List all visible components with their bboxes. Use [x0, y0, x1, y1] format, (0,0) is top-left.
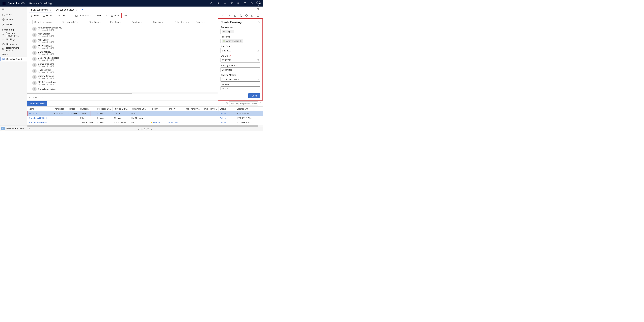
map-pin-group-button[interactable] [222, 14, 226, 17]
col-estimated[interactable]: Estimated …⌄ [173, 21, 195, 23]
col-to-date[interactable]: To Date [66, 107, 79, 111]
sort-resources-button[interactable] [62, 20, 64, 23]
settings-button[interactable] [235, 0, 242, 6]
resource-row[interactable]: › MOD Administrator (0m booked) 0% [27, 80, 218, 86]
grid-horizontal-scrollbar[interactable] [27, 125, 263, 127]
col-territory[interactable]: Territory [166, 107, 183, 111]
grid-pager-prev[interactable]: ‹ [138, 128, 139, 130]
spin-up-icon[interactable]: ⌃ [258, 87, 259, 89]
open-pane-button[interactable] [256, 7, 261, 12]
resource-search-box[interactable] [32, 19, 60, 24]
scrollbar-thumb[interactable] [27, 93, 132, 94]
status-link[interactable]: Active [220, 112, 226, 115]
board-settings-button[interactable] [245, 14, 248, 17]
scrollbar-thumb[interactable] [27, 125, 258, 127]
resource-row[interactable]: › Gerald Stephens (0m booked) 0% [27, 62, 218, 68]
next-range-button[interactable] [104, 13, 108, 17]
pager-next-button[interactable]: › [44, 96, 45, 99]
collapse-toggle-button[interactable]: ⌄ [214, 96, 216, 99]
status-link[interactable]: Active [220, 117, 226, 119]
tab-menu-button[interactable]: ⋮ [49, 8, 52, 11]
col-from-date[interactable]: From Date [52, 107, 66, 111]
expand-all-button[interactable] [29, 21, 31, 23]
resource-row[interactable]: › Avery Howard (0m booked) 0% [27, 44, 218, 50]
calendar-icon[interactable] [256, 59, 259, 62]
expand-resource-button[interactable]: › [29, 58, 31, 60]
nav-recent[interactable]: Recent ⌄ [0, 17, 27, 22]
book-button[interactable]: Book [110, 13, 121, 17]
close-panel-button[interactable]: ✕ [258, 21, 260, 24]
expand-resource-button[interactable]: › [29, 70, 31, 72]
requirement-name-link[interactable]: Sample_WO00011 [28, 117, 47, 119]
col-availability[interactable]: Availability⌄ [66, 21, 88, 23]
status-link[interactable]: Active [220, 121, 226, 124]
duration-input[interactable]: 72 hrs ⌃ [220, 86, 260, 90]
detail-list-button[interactable] [228, 14, 231, 17]
resource-row[interactable]: › Alex Baker (0m booked) 0% [27, 38, 218, 44]
requirement-row[interactable]: multiday 2/20/2023 2/24/2023 72 hrs 0 mi… [27, 111, 263, 116]
nav-resources[interactable]: Resources [0, 42, 27, 46]
global-search-button[interactable] [208, 0, 215, 6]
find-availability-button[interactable]: Find Availability [27, 101, 47, 106]
calendar-icon[interactable] [256, 49, 259, 52]
messages-button[interactable] [248, 0, 255, 6]
resource-row[interactable]: › Alan Steiner (0m booked) 0% [27, 32, 218, 38]
app-launcher-button[interactable] [1, 0, 7, 6]
col-start-time[interactable]: Start Time⌄ [88, 21, 109, 23]
col-remaining-duration[interactable]: Remaining Duration [129, 107, 150, 111]
col-priority[interactable]: Priority⌄ [194, 21, 216, 23]
fullscreen-button[interactable] [256, 14, 260, 17]
priority-link[interactable]: Normal [153, 121, 160, 124]
col-end-time[interactable]: End Time⌄ [109, 21, 130, 23]
requirement-input[interactable]: multiday ✕ [220, 29, 260, 34]
resource-input[interactable]: Avery Howard ✕ [220, 39, 260, 43]
view-hourly-button[interactable]: Hourly ⌄ [42, 13, 56, 17]
nav-schedule-board[interactable]: Schedule Board [0, 57, 27, 61]
expand-resource-button[interactable]: › [29, 76, 31, 78]
alerts-button[interactable] [233, 14, 237, 17]
hierarchy-button[interactable] [239, 14, 243, 17]
tab-oncall-pool-view[interactable]: On-call pool view ⋮ [54, 6, 80, 13]
col-status[interactable]: Status [218, 107, 235, 111]
start-date-input[interactable]: 2/20/2023 [220, 48, 260, 53]
area-switcher[interactable]: Resource Schedul… [6, 127, 26, 130]
expand-resource-button[interactable]: › [29, 52, 31, 54]
req-search-input[interactable] [229, 101, 258, 106]
book-submit-button[interactable]: Book [248, 93, 260, 98]
resource-row[interactable]: › Halle Griffiths (0m booked) 0% [27, 68, 218, 74]
requirement-row[interactable]: Sample_WO13941 3 hrs 30 mins 0 mins 2 hr… [27, 120, 263, 125]
remove-tag-button[interactable]: ✕ [231, 30, 233, 33]
resource-row[interactable]: › David Mallory (0m booked) 0% [27, 50, 218, 56]
tab-menu-button[interactable]: ⋮ [74, 8, 78, 11]
nav-home[interactable]: Home [0, 12, 27, 17]
req-search-icon-button[interactable] [225, 102, 229, 105]
filters-button[interactable]: Filters [29, 13, 41, 17]
col-booking[interactable]: Booking⌄ [152, 21, 173, 23]
add-tab-button[interactable]: + [80, 8, 85, 11]
date-range-picker[interactable]: 2/21/2023 - 2/27/2023 [74, 13, 103, 17]
view-list-button[interactable]: List ⌄ [57, 13, 68, 17]
expand-resource-button[interactable]: › [29, 64, 31, 66]
territory-link[interactable]: NA-United Sta… [168, 121, 183, 124]
resource-row[interactable]: › On-call specialists [27, 86, 218, 92]
resource-row[interactable]: › Doctor's office Seattle (0m booked) 0% [27, 56, 218, 62]
pager-prev-button[interactable]: ‹ [29, 96, 30, 99]
col-name[interactable]: Name [27, 107, 52, 111]
tab-initial-public-view[interactable]: Initial public view ⋮ [29, 6, 54, 13]
expand-resource-button[interactable]: › [29, 28, 31, 30]
prev-range-button[interactable] [69, 13, 73, 17]
expand-resource-button[interactable]: › [29, 88, 31, 90]
col-duration[interactable]: Duration⌄ [130, 21, 152, 23]
horizontal-scrollbar[interactable] [27, 92, 218, 94]
resource-search-input[interactable] [34, 21, 62, 23]
help-button[interactable] [242, 0, 248, 6]
end-date-input[interactable]: 2/24/2023 [220, 58, 260, 62]
add-new-button[interactable] [222, 0, 228, 6]
expand-resource-button[interactable]: › [29, 34, 31, 36]
resource-row[interactable]: › Abraham McCormick MD (0m booked) 0% [27, 26, 218, 32]
resource-row[interactable]: › Jeremy Johnson (0m booked) 0% [27, 74, 218, 80]
user-avatar-button[interactable]: MA [255, 0, 262, 6]
expand-resource-button[interactable]: › [29, 82, 31, 84]
col-priority[interactable]: Priority [150, 107, 166, 111]
nav-pinned[interactable]: Pinned ⌄ [0, 22, 27, 27]
